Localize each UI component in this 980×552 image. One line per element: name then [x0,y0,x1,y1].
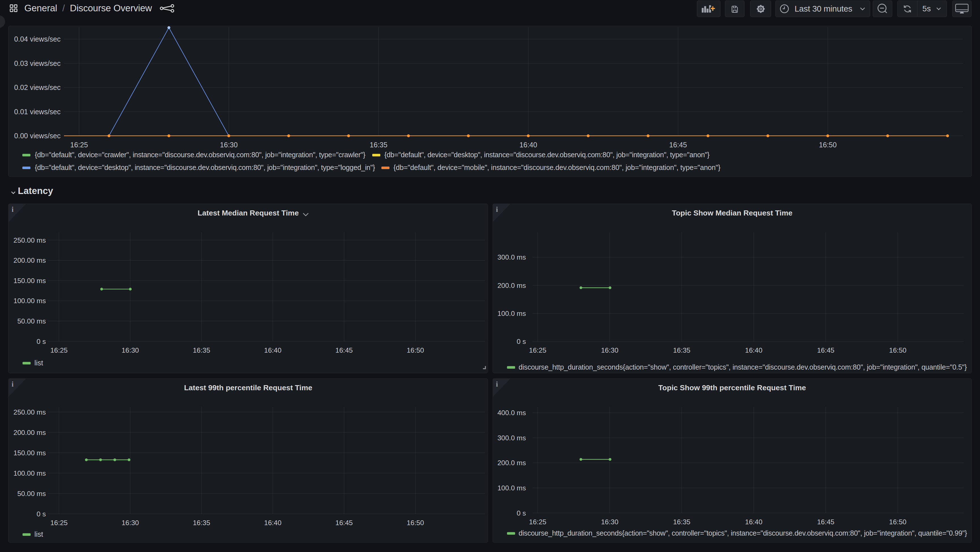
svg-text:100.0 ms: 100.0 ms [497,484,526,492]
svg-text:16:25: 16:25 [50,346,68,354]
svg-text:200.00 ms: 200.00 ms [14,429,46,436]
svg-text:16:40: 16:40 [519,141,537,149]
svg-text:16:50: 16:50 [407,346,424,354]
svg-text:{db="default", device="mobile": {db="default", device="mobile", instance… [393,164,721,172]
svg-text:16:45: 16:45 [817,518,834,526]
svg-text:discourse_http_duration_second: discourse_http_duration_seconds{action="… [519,363,967,371]
svg-text:16:35: 16:35 [193,519,210,527]
svg-text:16:45: 16:45 [336,519,353,527]
svg-text:250.00 ms: 250.00 ms [14,236,46,244]
svg-text:discourse_http_duration_second: discourse_http_duration_seconds{action="… [519,529,967,537]
svg-text:50.00 ms: 50.00 ms [17,490,46,497]
svg-text:150.00 ms: 150.00 ms [14,449,46,457]
svg-text:16:45: 16:45 [817,346,834,354]
svg-text:300.0 ms: 300.0 ms [497,253,526,261]
svg-text:16:40: 16:40 [745,518,762,526]
svg-text:list: list [35,530,43,538]
svg-text:0.03 views/sec: 0.03 views/sec [14,59,60,67]
svg-text:16:25: 16:25 [529,518,546,526]
svg-text:list: list [35,359,43,367]
svg-text:250.00 ms: 250.00 ms [14,408,46,416]
svg-text:16:50: 16:50 [407,519,424,527]
svg-text:16:40: 16:40 [264,519,282,527]
svg-text:16:25: 16:25 [70,141,88,149]
svg-text:100.00 ms: 100.00 ms [14,470,46,477]
svg-text:{db="default", device="desktop: {db="default", device="desktop", instanc… [35,164,375,172]
svg-text:16:50: 16:50 [819,141,837,149]
svg-text:16:45: 16:45 [669,141,687,149]
svg-text:300.0 ms: 300.0 ms [497,434,526,442]
svg-text:16:25: 16:25 [50,519,68,527]
svg-text:100.00 ms: 100.00 ms [14,297,46,305]
svg-text:16:40: 16:40 [264,346,282,354]
svg-text:{db="default", device="desktop: {db="default", device="desktop", instanc… [384,151,710,159]
svg-text:16:35: 16:35 [193,346,210,354]
svg-text:16:30: 16:30 [121,346,139,354]
svg-text:200.0 ms: 200.0 ms [497,282,526,289]
svg-text:16:30: 16:30 [601,518,618,526]
svg-text:16:35: 16:35 [673,518,690,526]
svg-text:16:30: 16:30 [601,346,618,354]
svg-text:16:35: 16:35 [370,141,388,149]
svg-text:16:35: 16:35 [673,346,690,354]
svg-text:16:50: 16:50 [889,346,907,354]
svg-text:200.0 ms: 200.0 ms [497,459,526,466]
svg-text:16:40: 16:40 [745,346,762,354]
svg-text:0.01 views/sec: 0.01 views/sec [14,108,60,116]
svg-text:100.0 ms: 100.0 ms [497,310,526,317]
svg-text:0 s: 0 s [517,338,526,345]
svg-text:0 s: 0 s [517,509,526,517]
svg-text:0.04 views/sec: 0.04 views/sec [14,35,60,43]
svg-text:150.00 ms: 150.00 ms [14,277,46,284]
svg-text:400.0 ms: 400.0 ms [497,409,526,417]
svg-text:0.00 views/sec: 0.00 views/sec [14,132,60,140]
svg-text:16:30: 16:30 [220,141,238,149]
svg-text:200.00 ms: 200.00 ms [14,257,46,264]
svg-text:16:30: 16:30 [121,519,139,527]
svg-text:0.02 views/sec: 0.02 views/sec [14,84,60,92]
svg-text:{db="default", device="crawler: {db="default", device="crawler", instanc… [35,151,366,159]
svg-text:50.00 ms: 50.00 ms [17,317,46,325]
svg-text:0 s: 0 s [37,338,46,345]
svg-text:0 s: 0 s [37,510,46,518]
svg-text:16:25: 16:25 [529,346,546,354]
svg-text:16:50: 16:50 [889,518,907,526]
svg-text:16:45: 16:45 [336,346,353,354]
